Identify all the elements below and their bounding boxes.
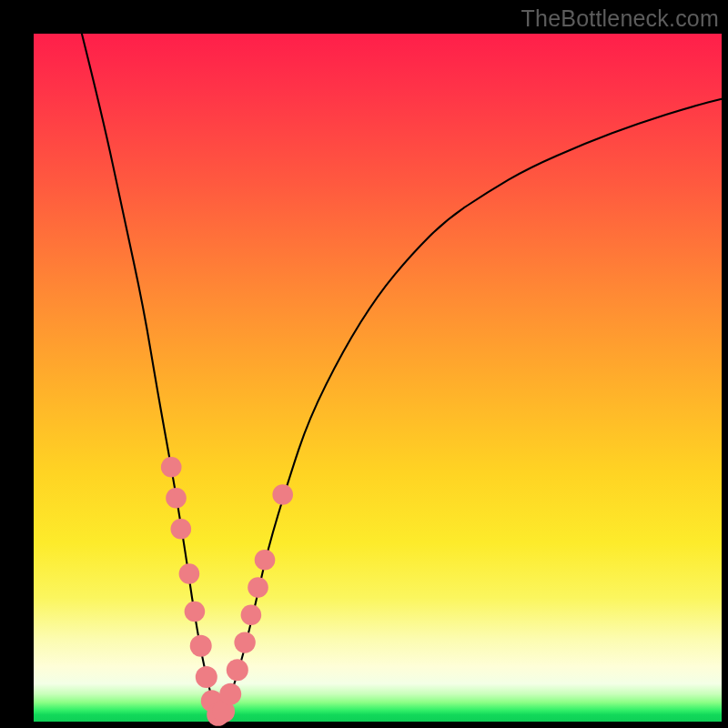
marker-dot	[161, 457, 182, 478]
chart-svg	[34, 34, 722, 722]
marker-dot	[255, 550, 276, 571]
marker-dot	[179, 563, 200, 584]
marker-dot	[234, 632, 255, 652]
marker-layer	[161, 457, 293, 726]
marker-dot	[196, 666, 217, 688]
chart-frame: TheBottleneck.com	[0, 0, 728, 728]
marker-dot	[241, 605, 262, 626]
bottleneck-curve	[82, 34, 722, 715]
marker-dot	[272, 484, 293, 505]
marker-dot	[185, 602, 206, 622]
marker-dot	[190, 635, 212, 657]
watermark-text: TheBottleneck.com	[521, 5, 719, 32]
marker-dot	[219, 683, 241, 705]
marker-dot	[227, 659, 248, 681]
marker-dot	[171, 519, 192, 540]
marker-dot	[166, 488, 187, 509]
marker-dot	[248, 577, 268, 598]
curve-layer	[82, 34, 722, 715]
plot-area	[34, 34, 722, 722]
